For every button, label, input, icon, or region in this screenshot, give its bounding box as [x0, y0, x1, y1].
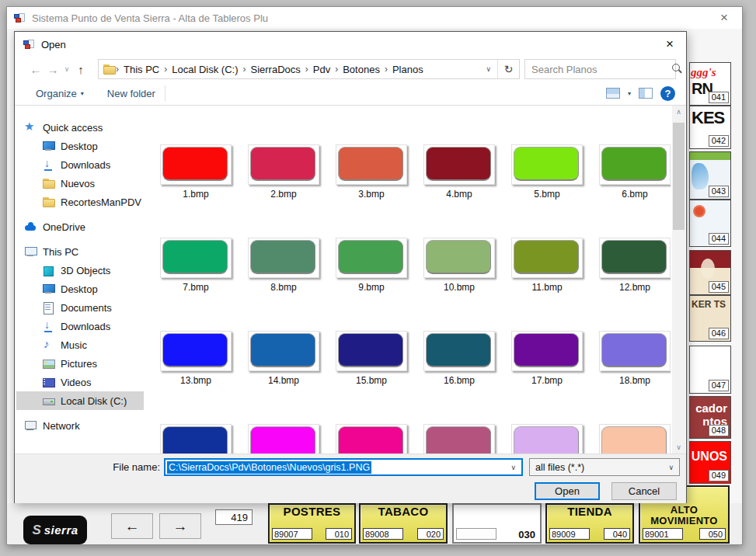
main-close-button[interactable]: ×: [714, 9, 734, 27]
sidebar-item-label: 3D Objects: [61, 265, 110, 276]
file-item[interactable]: 12.bmp: [599, 238, 671, 293]
breadcrumb-sierradocs[interactable]: SierraDocs: [247, 64, 303, 75]
file-item[interactable]: 5.bmp: [511, 144, 583, 200]
sidebar-item-pictures[interactable]: Pictures: [16, 354, 144, 373]
file-item[interactable]: 4.bmp: [423, 144, 495, 200]
sidebar-item-local-disk-c[interactable]: Local Disk (C:): [16, 391, 144, 410]
plu-button-tienda[interactable]: TIENDA 89009 040: [545, 503, 634, 544]
search-input[interactable]: [525, 64, 668, 75]
plu-button-postres[interactable]: POSTRES 89007 010: [268, 503, 356, 544]
view-mode-chevron-icon[interactable]: ▾: [628, 90, 631, 97]
plu-button-044[interactable]: 044: [689, 200, 731, 247]
sidebar-item-onedrive[interactable]: OneDrive: [16, 217, 144, 236]
address-dropdown-icon[interactable]: ∨: [479, 65, 497, 73]
file-name-label: 10.bmp: [423, 282, 495, 293]
plu-button-045[interactable]: 045: [689, 250, 731, 295]
file-item[interactable]: 16.bmp: [423, 331, 495, 386]
file-item[interactable]: 2.bmp: [248, 144, 319, 200]
plu-button-empty[interactable]: 030: [452, 503, 542, 544]
new-folder-button[interactable]: New folder: [107, 88, 155, 99]
plu-button-042[interactable]: KES 042: [689, 106, 731, 149]
file-item[interactable]: 10.bmp: [423, 238, 495, 293]
chevron-down-icon[interactable]: ∨: [663, 464, 679, 471]
plu-button-label: POSTRES: [272, 506, 352, 517]
sidebar-item-downloads[interactable]: Downloads: [16, 317, 144, 335]
plu-button-049[interactable]: UNOS 049: [689, 441, 731, 484]
file-item[interactable]: 14.bmp: [248, 331, 319, 386]
file-item[interactable]: [423, 424, 495, 453]
file-item[interactable]: 6.bmp: [599, 144, 671, 200]
breadcrumb-pdv[interactable]: Pdv: [310, 64, 333, 75]
sidebar-item-quick-access[interactable]: Quick access: [16, 118, 144, 137]
sidebar-item-label: Documents: [61, 302, 112, 314]
file-item[interactable]: [511, 424, 583, 453]
plu-button-048[interactable]: cador ntos 048: [689, 396, 731, 439]
file-item[interactable]: 1.bmp: [160, 144, 232, 200]
sidebar-item-downloads-qa[interactable]: Downloads: [16, 155, 144, 174]
file-item[interactable]: 11.bmp: [511, 238, 583, 293]
scrollbar-thumb[interactable]: [673, 123, 685, 230]
file-item[interactable]: [160, 424, 232, 453]
file-list-scrollbar[interactable]: ∧ ∨: [672, 106, 685, 453]
sidebar-item-3d-objects[interactable]: 3D Objects: [16, 261, 144, 280]
preview-pane-icon[interactable]: [639, 88, 653, 99]
back-icon[interactable]: ←: [27, 63, 44, 76]
file-item[interactable]: 9.bmp: [336, 238, 407, 293]
breadcrumb-local-disk[interactable]: Local Disk (C:): [169, 64, 241, 75]
chevron-down-icon[interactable]: ∨: [505, 464, 521, 471]
file-item[interactable]: 15.bmp: [336, 331, 407, 386]
sidebar-item-music[interactable]: Music: [16, 335, 144, 354]
help-icon[interactable]: ?: [660, 86, 675, 101]
sidebar-item-network[interactable]: Network: [16, 416, 144, 435]
cancel-button[interactable]: Cancel: [611, 482, 677, 500]
file-item[interactable]: 7.bmp: [160, 238, 232, 293]
file-item[interactable]: [248, 424, 319, 453]
sidebar-item-desktop[interactable]: Desktop: [16, 280, 144, 298]
scroll-down-icon[interactable]: ∨: [672, 441, 685, 453]
address-bar[interactable]: › This PC › Local Disk (C:) › SierraDocs…: [98, 59, 520, 79]
sidebar-item-recortesmanpdv[interactable]: RecortesManPDV: [16, 193, 144, 211]
sidebar-item-this-pc[interactable]: This PC: [16, 242, 144, 261]
file-item[interactable]: [336, 424, 407, 453]
file-item[interactable]: 13.bmp: [160, 331, 232, 386]
bmp-thumbnail: [511, 331, 583, 371]
refresh-icon[interactable]: ↻: [497, 60, 519, 78]
winforms-app-icon: [13, 12, 26, 24]
history-chevron-icon[interactable]: ∨: [61, 65, 72, 73]
sidebar-item-videos[interactable]: Videos: [16, 373, 144, 391]
breadcrumb-this-pc[interactable]: This PC: [120, 64, 162, 75]
plu-number-badge: 041: [709, 92, 729, 103]
file-name-combobox[interactable]: C:\SierraDocs\Pdv\Botones\Nuevos\gris1.P…: [164, 458, 523, 476]
organize-menu[interactable]: Organize ▾: [36, 88, 84, 99]
search-icon[interactable]: [668, 60, 675, 78]
breadcrumb-botones[interactable]: Botones: [340, 64, 383, 75]
file-item[interactable]: 18.bmp: [599, 331, 671, 386]
plu-button-047[interactable]: 047: [689, 346, 731, 394]
plu-button-tabaco[interactable]: TABACO 89008 020: [359, 503, 448, 544]
plu-button-043[interactable]: 043: [689, 151, 731, 200]
color-swatch: [514, 426, 579, 453]
breadcrumb-separator: ›: [116, 64, 119, 75]
next-page-button[interactable]: →: [159, 513, 201, 539]
open-button[interactable]: Open: [535, 482, 600, 500]
view-mode-icon[interactable]: [606, 88, 620, 99]
scroll-up-icon[interactable]: ∧: [672, 106, 685, 118]
bmp-thumbnail: [248, 144, 319, 185]
dialog-close-button[interactable]: ×: [660, 35, 680, 54]
forward-icon[interactable]: →: [44, 63, 61, 76]
prev-page-button[interactable]: ←: [111, 513, 153, 539]
sidebar-item-documents[interactable]: Documents: [16, 298, 144, 317]
plu-button-046[interactable]: KER TS 046: [689, 295, 731, 342]
sidebar-item-desktop-qa[interactable]: Desktop: [16, 137, 144, 155]
up-icon[interactable]: ↑: [72, 63, 89, 76]
sidebar-item-nuevos[interactable]: Nuevos: [16, 174, 144, 193]
file-type-combobox[interactable]: all files (*.*) ∨: [529, 458, 680, 476]
file-item[interactable]: 8.bmp: [248, 238, 319, 293]
breadcrumb-planos[interactable]: Planos: [389, 64, 427, 75]
plu-button-041[interactable]: ggg's RN 041: [689, 62, 731, 106]
page-number-field[interactable]: 419: [215, 509, 253, 525]
file-item[interactable]: 3.bmp: [336, 144, 407, 200]
file-item[interactable]: 17.bmp: [511, 331, 583, 386]
file-item[interactable]: [599, 424, 671, 453]
file-name-label: 12.bmp: [599, 282, 671, 293]
